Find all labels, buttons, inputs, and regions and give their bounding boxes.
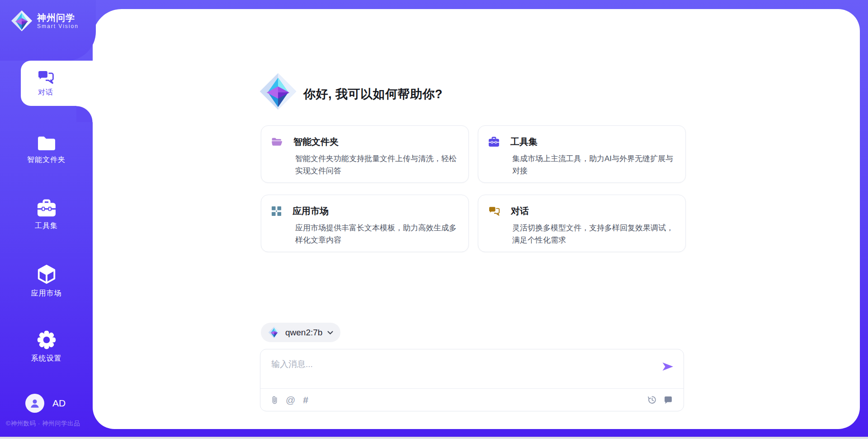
sidebar-item-smart-folder[interactable]: 智能文件夹 [0, 134, 93, 165]
hero-diamond-logo-icon [259, 72, 297, 110]
topic-button[interactable]: # [303, 395, 308, 405]
sidebar-item-label: 应用市场 [31, 289, 62, 298]
card-chat[interactable]: 对话 灵活切换多模型文件，支持多样回复效果调试，满足个性化需求 [478, 195, 686, 252]
paperclip-icon [271, 395, 278, 405]
message-input[interactable] [265, 352, 645, 386]
chat-bubbles-icon [488, 206, 500, 216]
feedback-button[interactable] [664, 396, 673, 405]
user-name: AD [52, 398, 66, 409]
folder-icon [36, 134, 57, 151]
model-name: qwen2:7b [285, 328, 322, 338]
card-toolset[interactable]: 工具集 集成市场上主流工具，助力AI与外界无缝扩展与对接 [478, 125, 686, 183]
chat-bubble-icon [664, 396, 673, 405]
brand-subtitle: Smart Vision [37, 23, 79, 29]
card-app-market[interactable]: 应用市场 应用市场提供丰富长文本模板，助力高效生成多样化文章内容 [261, 195, 469, 252]
card-description: 灵活切换多模型文件，支持多样回复效果调试，满足个性化需求 [512, 222, 676, 246]
copyright-text: ©神州数码 · 神州问学出品 [6, 420, 92, 428]
briefcase-icon [488, 137, 500, 147]
history-button[interactable] [647, 395, 657, 405]
sidebar-item-label: 系统设置 [31, 354, 62, 363]
greeting-heading: 你好, 我可以如何帮助你? [303, 86, 443, 102]
window-bottom-edge [0, 437, 868, 439]
card-description: 智能文件夹功能支持批量文件上传与清洗，轻松实现文件问答 [295, 153, 459, 177]
grid-icon [271, 206, 282, 216]
sidebar-item-app-market[interactable]: 应用市场 [0, 264, 93, 298]
card-title: 应用市场 [292, 205, 329, 217]
attach-button[interactable] [271, 395, 278, 405]
briefcase-icon [37, 199, 57, 217]
chat-bubbles-icon [37, 70, 54, 85]
folder-open-icon [271, 137, 283, 147]
app-root: { "brand": { "name": "神州问学", "subtitle":… [0, 0, 868, 439]
send-button[interactable] [662, 362, 674, 372]
main-panel: 你好, 我可以如何帮助你? 智能文件夹 智能文件夹功能支持批量文件上传与清洗，轻… [93, 9, 860, 429]
composer: @ # [260, 349, 684, 411]
gear-icon [37, 330, 57, 350]
send-icon [662, 362, 674, 372]
cube-icon [36, 264, 57, 285]
brand-diamond-logo-icon [11, 10, 33, 32]
mention-button[interactable]: @ [286, 395, 295, 405]
brand-text: 神州问学 Smart Vision [37, 12, 79, 29]
model-selector[interactable]: qwen2:7b [261, 323, 340, 342]
sidebar-item-label: 对话 [38, 88, 53, 97]
sidebar-item-label: 智能文件夹 [27, 155, 66, 165]
card-description: 集成市场上主流工具，助力AI与外界无缝扩展与对接 [512, 153, 676, 177]
sidebar-item-label: 工具集 [35, 221, 58, 231]
tab-corner-fillet [76, 106, 93, 122]
user-profile[interactable]: AD [25, 394, 66, 413]
avatar [25, 394, 44, 413]
history-icon [647, 395, 657, 405]
sidebar-item-toolset[interactable]: 工具集 [0, 199, 93, 231]
sidebar-logo-block: 神州问学 Smart Vision [0, 0, 96, 61]
card-title: 对话 [511, 205, 529, 217]
card-title: 工具集 [510, 136, 538, 148]
person-icon [29, 397, 41, 409]
sidebar-item-settings[interactable]: 系统设置 [0, 330, 93, 363]
card-title: 智能文件夹 [293, 136, 339, 148]
model-diamond-logo-icon [268, 326, 280, 339]
card-smart-folder[interactable]: 智能文件夹 智能文件夹功能支持批量文件上传与清洗，轻松实现文件问答 [261, 125, 469, 183]
brand-name: 神州问学 [37, 12, 79, 23]
sidebar-item-chat[interactable]: 对话 [21, 61, 94, 106]
chevron-down-icon [327, 331, 333, 334]
card-description: 应用市场提供丰富长文本模板，助力高效生成多样化文章内容 [295, 222, 459, 246]
